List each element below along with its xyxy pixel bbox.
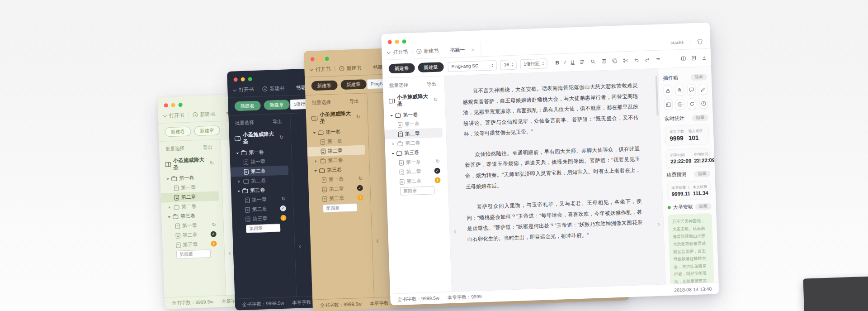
export-button[interactable]: 导出 <box>349 98 359 105</box>
close-traffic-light[interactable] <box>310 57 314 61</box>
prev-page-arrow[interactable]: ‹ <box>298 241 302 250</box>
open-book-button[interactable]: 打开书 <box>316 66 331 73</box>
sync-icon[interactable]: ↻ <box>210 160 214 166</box>
chapter-node[interactable]: 第三章! <box>309 192 367 204</box>
book-node[interactable]: 小圣施威降大圣 ↻ <box>160 154 218 174</box>
new-book-button[interactable]: 新建书 <box>200 111 215 118</box>
book-node[interactable]: 小圣施威降大圣 ↻ <box>383 91 442 110</box>
chapter-label: 第一章 <box>181 184 196 191</box>
open-book-button[interactable]: 打开书 <box>393 48 408 56</box>
editor-paragraph[interactable]: 众仙怡然随往。至通明殿前，早有四大天师、赤脚大仙等众，俱在此迎着菩萨，即道玉帝烦… <box>464 144 641 192</box>
prev-page-arrow[interactable]: ‹ <box>376 236 379 244</box>
sync-icon[interactable]: ↻ <box>434 96 438 102</box>
book-node[interactable]: 小圣施威降大圣 ↻ <box>229 128 288 148</box>
sync-icon[interactable]: ↻ <box>356 114 361 120</box>
zoom-traffic-light[interactable] <box>325 57 329 61</box>
new-volume-button[interactable]: 新建卷 <box>234 100 260 111</box>
hide-plugin-box-button[interactable]: 隐藏 <box>691 73 707 80</box>
scissors-icon[interactable] <box>623 57 628 63</box>
timer-plugin-button[interactable] <box>699 98 708 109</box>
hide-royalty-button[interactable]: 隐藏 <box>694 170 710 177</box>
redo-icon[interactable] <box>644 57 650 62</box>
new-chapter-button[interactable]: 新建章 <box>264 100 290 110</box>
undo-icon[interactable] <box>633 57 639 63</box>
board-plugin-button[interactable] <box>664 99 673 110</box>
italic-button[interactable]: I <box>564 60 566 66</box>
batch-select-button[interactable]: 批量选择 <box>165 145 184 152</box>
download-icon[interactable] <box>701 55 707 61</box>
outline-excerpt[interactable]: 且不言天神围绕，大圣安歇。话表南海普陀落伽山大慈大悲救苦救难灵感观世音菩萨，自王… <box>668 213 714 284</box>
close-traffic-light[interactable] <box>164 103 168 107</box>
new-chapter-name-input[interactable] <box>176 249 211 259</box>
open-book-button[interactable]: 打开书 <box>169 112 184 119</box>
new-chapter-name-input[interactable] <box>323 203 358 213</box>
new-chapter-name-input[interactable] <box>246 224 281 233</box>
copy-icon[interactable] <box>612 58 618 64</box>
font-size-select[interactable]: 16 ▴▾ <box>500 59 517 70</box>
batch-select-button[interactable]: 批量选择 <box>312 99 331 106</box>
username-label[interactable]: cracks <box>670 40 684 45</box>
minimize-traffic-light[interactable] <box>317 57 321 61</box>
lock-plugin-button[interactable] <box>663 85 672 96</box>
tab-close-icon[interactable]: × <box>471 46 475 53</box>
font-family-select[interactable]: PingFang SC ▴▾ <box>448 60 497 72</box>
underline-button[interactable]: U <box>571 60 575 65</box>
open-book-button[interactable]: 打开书 <box>239 86 254 93</box>
close-traffic-light[interactable] <box>387 40 392 44</box>
hide-stats-button[interactable]: 隐藏 <box>692 114 708 121</box>
card-icon[interactable] <box>601 58 607 64</box>
close-traffic-light[interactable] <box>233 77 237 81</box>
sync-icon[interactable]: ↻ <box>279 134 284 140</box>
total-word-count: 全书字数：9999.5w <box>242 300 284 307</box>
menu-icon[interactable] <box>655 56 661 62</box>
write-plugin-button[interactable] <box>698 84 708 95</box>
align-list-icon[interactable] <box>579 59 585 65</box>
new-chapter-name-input[interactable] <box>400 186 435 196</box>
new-volume-button[interactable]: 新建卷 <box>165 126 191 137</box>
prev-page-arrow[interactable]: ‹ <box>228 248 231 257</box>
new-book-button[interactable]: 新建书 <box>269 85 285 92</box>
search-icon[interactable] <box>590 58 596 64</box>
minimize-traffic-light[interactable] <box>395 39 399 43</box>
comment-plugin-button[interactable] <box>687 84 696 96</box>
new-chapter-button[interactable]: 新建章 <box>418 62 444 72</box>
line-spacing-select[interactable]: 1倍行距 ▴▾ <box>520 58 547 69</box>
folder-icon <box>320 159 326 163</box>
chapter-node[interactable]: 第三章! <box>162 239 221 250</box>
bold-button[interactable]: B <box>555 60 559 66</box>
chapter-node[interactable]: 第三章! <box>386 175 444 187</box>
new-book-button[interactable]: 新建书 <box>346 65 362 72</box>
hide-outline-button[interactable]: 隐藏 <box>695 203 711 210</box>
search-text-plugin-button[interactable] <box>675 85 684 96</box>
download-plugin-button[interactable] <box>675 99 684 110</box>
zoom-traffic-light[interactable] <box>248 77 252 81</box>
new-volume-button[interactable]: 新建卷 <box>311 80 337 91</box>
chapter-label: 第一章 <box>329 176 344 183</box>
new-volume-button[interactable]: 新建卷 <box>388 63 415 73</box>
document-icon <box>245 216 250 222</box>
theme-shirt-icon[interactable] <box>697 38 703 45</box>
minimize-traffic-light[interactable] <box>241 77 245 81</box>
export-button[interactable]: 导出 <box>203 144 212 151</box>
history-plugin-button[interactable] <box>687 98 696 110</box>
export-button[interactable]: 导出 <box>427 81 436 88</box>
book-tab[interactable]: 书籍一 × <box>443 42 481 58</box>
zoom-traffic-light[interactable] <box>402 39 406 43</box>
batch-select-button[interactable]: 批量选择 <box>235 120 254 126</box>
next-page-arrow[interactable]: › <box>657 220 660 228</box>
zoom-traffic-light[interactable] <box>178 103 182 107</box>
chevron-down-icon <box>233 87 236 91</box>
export-button[interactable]: 导出 <box>273 119 282 125</box>
prev-page-arrow[interactable]: ‹ <box>453 227 457 235</box>
new-chapter-button[interactable]: 新建章 <box>194 125 220 136</box>
note-icon[interactable] <box>691 55 697 61</box>
editor-paragraph[interactable]: 且不言天神围绕，大圣安歇。话表南海普陀落伽山大慈大悲救苦救难灵感观世音菩萨，自王… <box>462 80 639 139</box>
minimize-traffic-light[interactable] <box>171 103 175 107</box>
new-chapter-button[interactable]: 新建章 <box>340 79 367 90</box>
columns-icon[interactable] <box>680 55 686 61</box>
book-node[interactable]: 小圣施威降大圣 ↻ <box>306 108 364 128</box>
new-book-button[interactable]: 新建书 <box>424 48 439 55</box>
chapter-node[interactable]: 第三章! <box>232 213 290 224</box>
editor-paragraph[interactable]: 菩萨引众同入里面，与玉帝礼毕，又与老君、王母相见，各坐下，便问：“蟠桃盛会如何？… <box>466 196 643 245</box>
batch-select-button[interactable]: 批量选择 <box>389 82 408 89</box>
